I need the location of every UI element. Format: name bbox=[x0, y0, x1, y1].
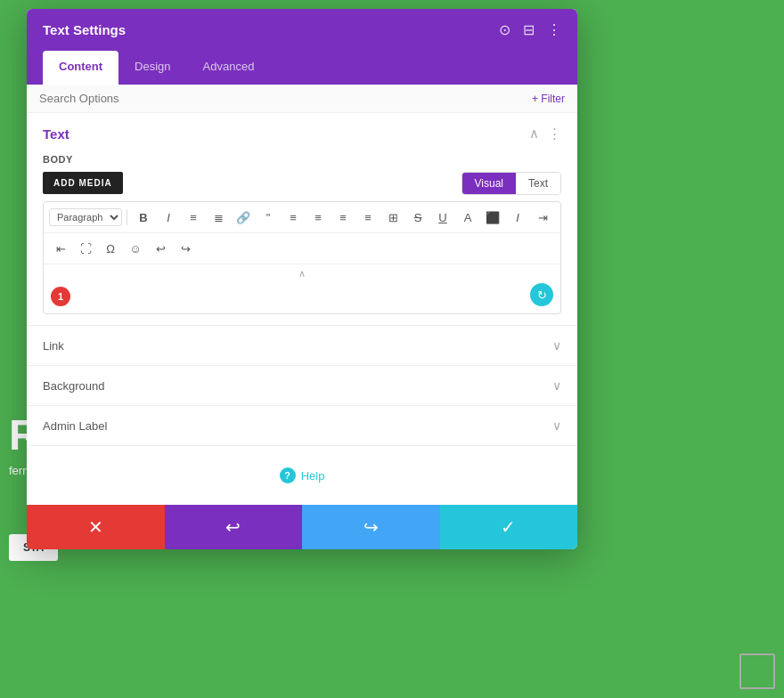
align-center-button[interactable]: ≡ bbox=[306, 206, 330, 229]
modal-footer: ✕ ↩ ↪ ✓ bbox=[27, 505, 577, 549]
save-icon: ✓ bbox=[501, 516, 516, 538]
background-section-title: Background bbox=[43, 379, 104, 393]
fullscreen-button[interactable]: ⛶ bbox=[74, 237, 97, 260]
add-media-button[interactable]: ADD MEDIA bbox=[43, 172, 123, 194]
align-left-button[interactable]: ≡ bbox=[282, 206, 305, 229]
text-section: Text ∧ ⋮ Body ADD MEDIA Visual Text bbox=[27, 113, 577, 326]
undo-button[interactable]: ↩ bbox=[165, 505, 303, 549]
redo-button[interactable]: ↪ bbox=[302, 505, 440, 549]
special-chars-button[interactable]: Ω bbox=[99, 237, 122, 260]
indent-button[interactable]: ⇥ bbox=[531, 206, 554, 229]
admin-label-chevron-icon: ∨ bbox=[552, 418, 561, 433]
modal-tabs: Content Design Advanced bbox=[27, 51, 577, 85]
more-options-icon[interactable]: ⋮ bbox=[547, 21, 561, 38]
toolbar-sep-1 bbox=[127, 209, 127, 225]
modal-content: Text ∧ ⋮ Body ADD MEDIA Visual Text bbox=[27, 113, 577, 505]
redo-button[interactable]: ↪ bbox=[174, 237, 197, 260]
editor-body[interactable]: ∧ 1 ↻ bbox=[44, 264, 560, 313]
text-settings-modal: Text Settings ⊙ ⊟ ⋮ Content Design Advan… bbox=[27, 9, 577, 549]
italic-button[interactable]: I bbox=[157, 206, 180, 229]
align-justify-button[interactable]: ≡ bbox=[356, 206, 380, 229]
emoji-button[interactable]: ☺ bbox=[124, 237, 147, 260]
cancel-button[interactable]: ✕ bbox=[27, 505, 165, 549]
outdent-button[interactable]: ⇤ bbox=[49, 237, 72, 260]
help-label: Help bbox=[301, 469, 325, 483]
modal-header: Text Settings ⊙ ⊟ ⋮ bbox=[27, 9, 577, 51]
link-button[interactable]: 🔗 bbox=[232, 206, 255, 229]
admin-label-title: Admin Label bbox=[43, 419, 107, 433]
text-toggle-btn[interactable]: Text bbox=[516, 173, 560, 194]
collapse-icon[interactable]: ∧ bbox=[529, 126, 539, 142]
chevron-up-icon: ∧ bbox=[298, 268, 306, 280]
unordered-list-button[interactable]: ≡ bbox=[182, 206, 205, 229]
editor-toolbar: Paragraph Heading 1 Heading 2 B I ≡ ≣ 🔗 … bbox=[43, 201, 561, 314]
body-label: Body bbox=[43, 154, 561, 165]
background-chevron-icon: ∨ bbox=[552, 378, 561, 393]
toolbar-row-1: Paragraph Heading 1 Heading 2 B I ≡ ≣ 🔗 … bbox=[44, 202, 560, 233]
admin-label-section[interactable]: Admin Label ∨ bbox=[27, 406, 577, 446]
link-section-title: Link bbox=[43, 339, 64, 353]
help-section[interactable]: ? Help bbox=[27, 446, 577, 505]
modal-title: Text Settings bbox=[43, 22, 126, 37]
editor-top-row: ADD MEDIA Visual Text bbox=[43, 172, 561, 201]
refresh-icon[interactable]: ↻ bbox=[530, 283, 553, 306]
tab-advanced[interactable]: Advanced bbox=[187, 51, 271, 85]
blockquote-button[interactable]: " bbox=[257, 206, 280, 229]
background-color-button[interactable]: ⬛ bbox=[481, 206, 504, 229]
redo-icon: ↪ bbox=[363, 516, 379, 538]
paragraph-select[interactable]: Paragraph Heading 1 Heading 2 bbox=[49, 208, 122, 226]
search-bar: + Filter bbox=[27, 85, 577, 113]
underline-button[interactable]: U bbox=[431, 206, 454, 229]
background-section[interactable]: Background ∨ bbox=[27, 366, 577, 406]
corner-resize-icon bbox=[739, 653, 775, 689]
header-icons: ⊙ ⊟ ⋮ bbox=[499, 21, 561, 38]
table-button[interactable]: ⊞ bbox=[381, 206, 404, 229]
visual-text-toggle: Visual Text bbox=[461, 172, 561, 195]
target-icon[interactable]: ⊙ bbox=[499, 21, 510, 38]
ordered-list-button[interactable]: ≣ bbox=[207, 206, 230, 229]
tab-design[interactable]: Design bbox=[118, 51, 186, 85]
link-chevron-icon: ∨ bbox=[552, 338, 561, 353]
text-color-button[interactable]: A bbox=[456, 206, 479, 229]
bold-button[interactable]: B bbox=[132, 206, 155, 229]
visual-toggle-btn[interactable]: Visual bbox=[462, 173, 516, 194]
align-right-button[interactable]: ≡ bbox=[331, 206, 355, 229]
text-section-header: Text ∧ ⋮ bbox=[27, 113, 577, 154]
link-section[interactable]: Link ∨ bbox=[27, 326, 577, 366]
filter-button[interactable]: + Filter bbox=[532, 93, 565, 105]
search-input[interactable] bbox=[39, 92, 532, 105]
cancel-icon: ✕ bbox=[88, 516, 103, 538]
save-button[interactable]: ✓ bbox=[440, 505, 578, 549]
toolbar-row-2: ⇤ ⛶ Ω ☺ ↩ ↪ bbox=[44, 233, 560, 264]
text-section-controls: ∧ ⋮ bbox=[529, 126, 561, 142]
tab-content[interactable]: Content bbox=[43, 51, 118, 85]
strikethrough-button[interactable]: S bbox=[406, 206, 429, 229]
columns-icon[interactable]: ⊟ bbox=[523, 21, 535, 38]
undo-icon: ↩ bbox=[225, 516, 241, 538]
text-section-title: Text bbox=[43, 126, 69, 142]
undo-button[interactable]: ↩ bbox=[149, 237, 172, 260]
help-icon: ? bbox=[280, 467, 296, 483]
number-badge: 1 bbox=[51, 287, 70, 306]
section-more-icon[interactable]: ⋮ bbox=[548, 126, 561, 142]
body-section: Body ADD MEDIA Visual Text Paragraph Hea… bbox=[27, 154, 577, 325]
italic2-button[interactable]: I bbox=[506, 206, 529, 229]
